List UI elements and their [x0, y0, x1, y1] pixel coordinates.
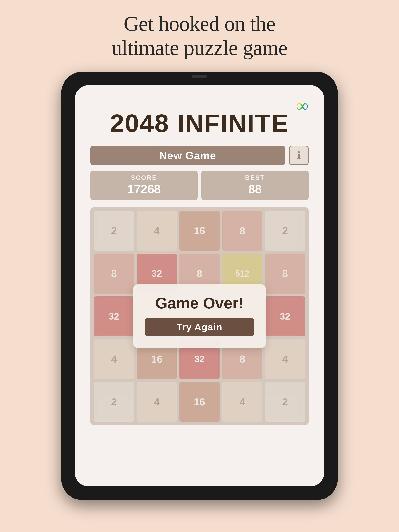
- score-label: SCORE: [94, 174, 194, 181]
- tile: 2: [265, 382, 305, 422]
- tile: 16: [180, 382, 219, 422]
- tile: 32: [94, 296, 134, 336]
- tile: 8: [265, 253, 305, 294]
- tablet-screen: ∞ 2048 INFINITE New Game ℹ SCORE 17268 B…: [75, 85, 324, 487]
- tile: 4: [94, 339, 134, 379]
- tile: 4: [222, 382, 262, 422]
- tile: 16: [180, 211, 219, 251]
- tile: 4: [265, 339, 305, 379]
- tile: 4: [137, 382, 177, 422]
- tile: 8: [222, 211, 262, 251]
- best-value: 88: [205, 182, 305, 196]
- tile: 4: [137, 211, 177, 251]
- game-over-overlay: Game Over! Try Again: [133, 285, 266, 348]
- try-again-button[interactable]: Try Again: [145, 318, 254, 336]
- headline-line1: Get hooked on the: [124, 12, 275, 35]
- score-row: SCORE 17268 BEST 88: [90, 171, 309, 200]
- headline: Get hooked on the ultimate puzzle game: [111, 12, 288, 60]
- new-game-row: New Game ℹ: [90, 146, 309, 165]
- tile: 2: [265, 211, 305, 251]
- best-box: BEST 88: [201, 171, 309, 200]
- tablet-device: ∞ 2048 INFINITE New Game ℹ SCORE 17268 B…: [61, 72, 338, 500]
- tile: 32: [265, 296, 305, 336]
- new-game-button[interactable]: New Game: [90, 146, 285, 165]
- info-button[interactable]: ℹ: [289, 146, 309, 165]
- tile: 2: [94, 382, 134, 422]
- score-box: SCORE 17268: [90, 171, 198, 200]
- score-value: 17268: [94, 182, 194, 196]
- game-grid-container: 2416828328512832102425612832416328424164…: [90, 207, 309, 425]
- tile: 2: [94, 211, 134, 251]
- headline-line2: ultimate puzzle game: [111, 36, 288, 59]
- tile: 8: [94, 253, 134, 294]
- app-title: 2048 INFINITE: [90, 109, 309, 138]
- game-over-text: Game Over!: [155, 294, 244, 312]
- best-label: BEST: [205, 174, 305, 181]
